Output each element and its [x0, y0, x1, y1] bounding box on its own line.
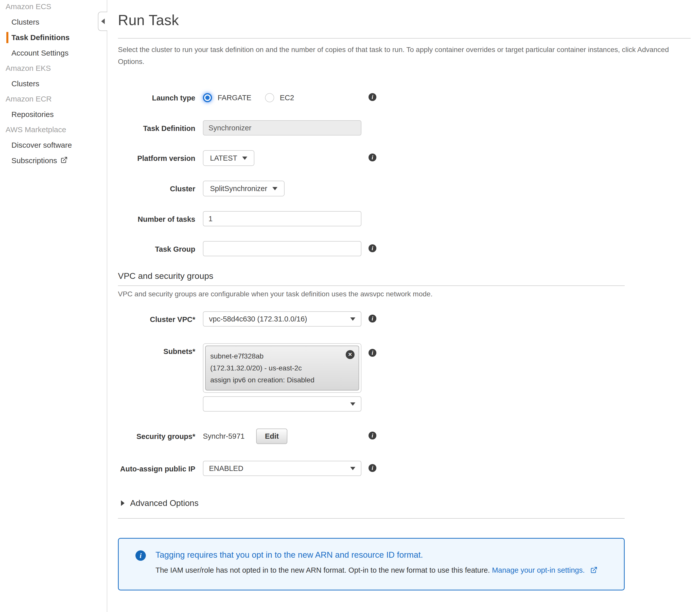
subnets-selected-list: subnet-e7f328ab (172.31.32.0/20) - us-ea…	[203, 343, 361, 393]
cluster-value: SplitSynchronizer	[210, 184, 267, 193]
auto-assign-ip-value: ENABLED	[209, 464, 243, 473]
subnets-row: Subnets* subnet-e7f328ab (172.31.32.0/20…	[118, 343, 691, 412]
cluster-vpc-label: Cluster VPC*	[118, 311, 195, 324]
subnets-label: Subnets*	[118, 343, 195, 356]
auto-assign-ip-label: Auto-assign public IP	[118, 461, 195, 474]
cluster-vpc-info-icon[interactable]: i	[369, 315, 376, 322]
vpc-section-divider	[118, 286, 625, 286]
vpc-form: Cluster VPC* vpc-58d4c630 (172.31.0.0/16…	[118, 311, 691, 476]
cluster-vpc-dropdown[interactable]: vpc-58d4c630 (172.31.0.0/16)	[203, 311, 361, 326]
subnets-dropdown[interactable]	[203, 396, 361, 412]
title-divider	[118, 38, 691, 39]
subnet-chip-line-3: assign ipv6 on creation: Disabled	[210, 374, 341, 386]
platform-version-info-icon[interactable]: i	[369, 153, 376, 162]
sidebar-collapse-button[interactable]	[98, 12, 107, 31]
ec2-radio-label[interactable]: EC2	[280, 94, 294, 102]
sidebar-item-task-definitions[interactable]: Task Definitions	[0, 32, 107, 43]
platform-version-row: Platform version LATEST i	[118, 150, 691, 166]
sidebar-header-amazon-ecs: Amazon ECS	[0, 1, 107, 12]
banner-title: Tagging requires that you opt in to the …	[156, 549, 598, 560]
chevron-down-icon	[350, 317, 355, 321]
launch-type-radio-group: FARGATE EC2	[203, 90, 361, 106]
cluster-label: Cluster	[118, 181, 195, 194]
chevron-down-icon	[272, 187, 277, 190]
ec2-radio[interactable]	[265, 93, 274, 102]
cluster-row: Cluster SplitSynchronizer	[118, 181, 691, 196]
sidebar-header-amazon-eks: Amazon EKS	[0, 63, 107, 74]
cluster-vpc-value: vpc-58d4c630 (172.31.0.0/16)	[209, 315, 307, 323]
sidebar-item-eks-clusters[interactable]: Clusters	[0, 78, 107, 89]
remove-subnet-icon[interactable]: ✕	[346, 350, 355, 359]
manage-opt-in-settings-link[interactable]: Manage your opt-in settings.	[492, 566, 585, 574]
banner-body: The IAM user/role has not opted in to th…	[156, 565, 598, 576]
sidebar-divider	[107, 0, 107, 612]
task-group-input[interactable]	[203, 241, 361, 256]
sidebar-header-amazon-ecr: Amazon ECR	[0, 93, 107, 105]
security-groups-label: Security groups*	[118, 428, 195, 441]
disclosure-right-arrow-icon	[121, 500, 125, 506]
cluster-vpc-row: Cluster VPC* vpc-58d4c630 (172.31.0.0/16…	[118, 311, 691, 326]
security-groups-info-icon[interactable]: i	[369, 432, 376, 440]
launch-type-row: Launch type FARGATE EC2 i	[118, 90, 691, 106]
auto-assign-ip-dropdown[interactable]: ENABLED	[203, 461, 361, 476]
subnet-chip: subnet-e7f328ab (172.31.32.0/20) - us-ea…	[205, 346, 359, 390]
sidebar-item-discover-software[interactable]: Discover software	[0, 140, 107, 151]
subnet-chip-line-1: subnet-e7f328ab	[210, 350, 341, 362]
advanced-options-divider	[118, 518, 625, 519]
fargate-radio-label[interactable]: FARGATE	[218, 94, 251, 102]
cluster-dropdown[interactable]: SplitSynchronizer	[203, 181, 285, 196]
launch-type-info-icon[interactable]: i	[369, 93, 376, 101]
info-icon: i	[135, 550, 146, 561]
sidebar-header-aws-marketplace: AWS Marketplace	[0, 124, 107, 135]
security-group-value: Synchr-5971	[203, 432, 244, 441]
auto-assign-ip-info-icon[interactable]: i	[369, 464, 376, 472]
number-of-tasks-row: Number of tasks	[118, 211, 691, 226]
collapse-left-arrow-icon	[101, 18, 105, 24]
run-task-form: Launch type FARGATE EC2 i Task Definitio…	[118, 90, 691, 256]
platform-version-dropdown[interactable]: LATEST	[203, 150, 254, 166]
sidebar-item-ecs-clusters[interactable]: Clusters	[0, 16, 107, 28]
advanced-options-toggle[interactable]: Advanced Options	[118, 498, 691, 508]
sidebar: Amazon ECS Clusters Task Definitions Acc…	[0, 0, 107, 612]
number-of-tasks-input[interactable]	[203, 211, 361, 226]
page-description: Select the cluster to run your task defi…	[118, 44, 691, 68]
task-group-row: Task Group i	[118, 241, 691, 256]
platform-version-label: Platform version	[118, 150, 195, 163]
chevron-down-icon	[242, 156, 247, 160]
sidebar-nav: Amazon ECS Clusters Task Definitions Acc…	[0, 0, 107, 166]
tagging-info-banner: i Tagging requires that you opt in to th…	[118, 538, 625, 590]
platform-version-value: LATEST	[210, 154, 237, 162]
sidebar-item-subscriptions[interactable]: Subscriptions	[0, 155, 107, 166]
number-of-tasks-label: Number of tasks	[118, 211, 195, 224]
vpc-section-description: VPC and security groups are configurable…	[118, 290, 625, 298]
subnet-chip-line-2: (172.31.32.0/20) - us-east-2c	[210, 362, 341, 374]
subnets-info-icon[interactable]: i	[369, 349, 376, 357]
chevron-down-icon	[350, 402, 355, 406]
auto-assign-ip-row: Auto-assign public IP ENABLED i	[118, 461, 691, 476]
sidebar-item-label: Subscriptions	[11, 156, 57, 165]
task-definition-input	[203, 120, 361, 136]
sidebar-item-account-settings[interactable]: Account Settings	[0, 47, 107, 59]
external-link-icon	[590, 566, 598, 576]
task-group-info-icon[interactable]: i	[369, 244, 376, 252]
page-title: Run Task	[118, 12, 691, 28]
task-group-label: Task Group	[118, 241, 195, 254]
chevron-down-icon	[350, 467, 355, 470]
sidebar-item-repositories[interactable]: Repositories	[0, 109, 107, 120]
task-definition-label: Task Definition	[118, 120, 195, 133]
edit-security-groups-button[interactable]: Edit	[256, 429, 287, 444]
advanced-options-label: Advanced Options	[130, 498, 199, 508]
task-definition-row: Task Definition	[118, 120, 691, 136]
main-content: Run Task Select the cluster to run your …	[118, 0, 691, 612]
vpc-section-heading: VPC and security groups	[118, 271, 691, 281]
fargate-radio[interactable]	[203, 93, 212, 102]
launch-type-label: Launch type	[118, 90, 195, 103]
banner-body-text: The IAM user/role has not opted in to th…	[156, 566, 490, 574]
security-groups-row: Security groups* Synchr-5971 Edit i	[118, 428, 691, 444]
external-link-icon	[60, 156, 68, 167]
